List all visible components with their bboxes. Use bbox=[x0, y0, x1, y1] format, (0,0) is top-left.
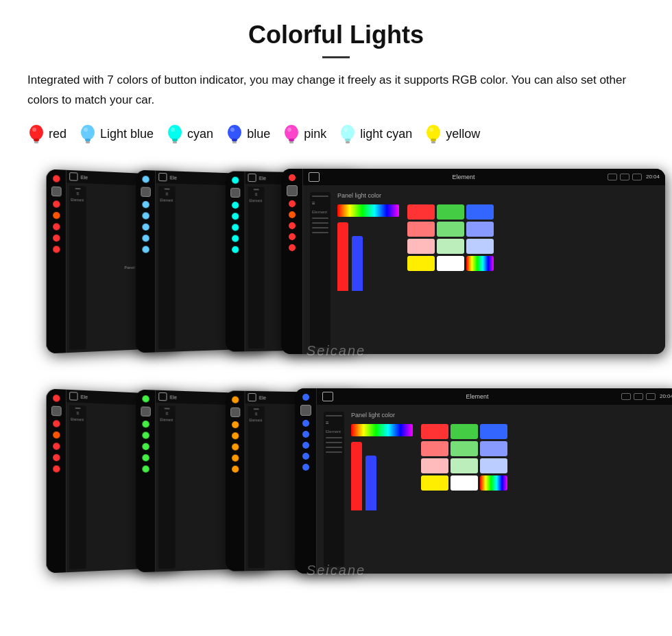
b3-nav-line-2 bbox=[326, 437, 342, 438]
header-icon-3 bbox=[632, 174, 642, 180]
svg-point-7 bbox=[84, 128, 88, 132]
svg-rect-26 bbox=[431, 141, 435, 143]
b2-dot3 bbox=[232, 432, 239, 439]
svg-point-27 bbox=[429, 128, 433, 132]
svg-rect-25 bbox=[431, 139, 436, 141]
screen-title-b3: Element bbox=[337, 393, 617, 400]
nav-element-text: Element bbox=[312, 210, 328, 214]
svg-point-8 bbox=[168, 125, 182, 140]
device-b3-content: Panel light color bbox=[351, 412, 672, 567]
screen-title-1: Ele bbox=[170, 175, 177, 180]
bottom-device-row: Ele ≡ Element bbox=[27, 385, 645, 591]
screen-title-2: Ele bbox=[259, 175, 266, 180]
device-b3-nav: ≡ Element bbox=[324, 412, 344, 567]
bar-blue bbox=[352, 236, 363, 291]
home-main bbox=[287, 185, 298, 196]
b3-swatch-paleblue bbox=[480, 458, 507, 473]
strip-dot-cy bbox=[232, 176, 239, 183]
color-label-cyan: cyan bbox=[187, 127, 213, 141]
b3-rainbow-bar bbox=[351, 424, 413, 436]
strip-dot-red4 bbox=[53, 235, 60, 242]
nav-text-2: Element bbox=[250, 198, 263, 202]
b3-nav-line-3 bbox=[326, 442, 342, 443]
device-3-strip bbox=[281, 169, 303, 354]
svg-rect-1 bbox=[34, 139, 39, 141]
swatch-red bbox=[407, 204, 435, 220]
home-icon-b0 bbox=[69, 392, 77, 401]
strip-dot-red3 bbox=[53, 223, 60, 230]
header-icon-2 bbox=[620, 174, 629, 180]
screen-title-b0: Ele bbox=[81, 394, 88, 399]
swatch-lightblue bbox=[466, 222, 494, 237]
svg-point-24 bbox=[427, 125, 440, 140]
b3-header-icon-1 bbox=[621, 393, 631, 400]
b3-dot3 bbox=[302, 431, 309, 438]
b3-swatch-lightgreen bbox=[451, 441, 478, 456]
top-device-row: Ele ≡ Element Panel light bbox=[27, 165, 645, 371]
screen-time-b3: 20:04 bbox=[660, 393, 672, 399]
svg-point-20 bbox=[341, 125, 355, 140]
swatch-palegreen bbox=[437, 239, 464, 254]
color-label-red: red bbox=[49, 127, 67, 141]
device-1-strip bbox=[136, 169, 156, 353]
title-divider bbox=[322, 56, 350, 58]
nav-dot-b2 bbox=[254, 408, 259, 410]
device-unit-b3-main: Element 20:04 ≡ Element bbox=[295, 388, 672, 574]
svg-point-16 bbox=[285, 125, 298, 140]
screen-title-0: Ele bbox=[81, 174, 88, 180]
strip-main-dot2 bbox=[289, 200, 296, 207]
nav-dot-b0 bbox=[75, 408, 80, 409]
strip-main-dot6 bbox=[289, 244, 296, 251]
strip-dot-cy3 bbox=[232, 213, 239, 220]
color-item-cyan: cyan bbox=[166, 123, 213, 146]
device-b3-header: Element 20:04 bbox=[317, 388, 672, 405]
device-b2-strip bbox=[226, 390, 245, 571]
bulb-icon-lightcyan bbox=[339, 123, 357, 146]
screen-time-3: 20:04 bbox=[646, 174, 660, 180]
nav-text-b0: Element bbox=[71, 417, 85, 422]
nav-dot-1 bbox=[164, 188, 169, 189]
color-bars bbox=[337, 222, 399, 291]
panel-light-color-label: Panel light color bbox=[337, 192, 658, 199]
b1-dot1 bbox=[142, 395, 149, 403]
svg-rect-14 bbox=[232, 141, 237, 143]
b3-color-swatch-grid bbox=[421, 424, 507, 491]
b3-color-bars bbox=[351, 442, 413, 510]
nav-text-b1: Element bbox=[160, 417, 173, 422]
bulb-icon-cyan bbox=[166, 123, 184, 146]
b0-dot3 bbox=[53, 432, 60, 439]
b1-dot3 bbox=[142, 432, 149, 438]
b3-header-icon-2 bbox=[634, 393, 643, 400]
home-icon-b1 bbox=[158, 392, 167, 401]
b3-bars-section bbox=[351, 424, 413, 510]
device-b0-strip bbox=[47, 388, 67, 573]
nav-text-b2: Element bbox=[250, 418, 263, 422]
device-unit-3-main: Element 20:04 ≡ Element bbox=[281, 169, 665, 354]
swatch-blue bbox=[466, 204, 494, 220]
device-3-nav: ≡ Element bbox=[310, 192, 331, 347]
b3-swatch-red bbox=[421, 424, 448, 439]
strip-dot-cy4 bbox=[232, 224, 239, 231]
header-icons bbox=[608, 174, 642, 180]
home-icon-2 bbox=[248, 174, 256, 182]
b3-swatch-pinkred bbox=[421, 458, 448, 473]
nav-dot-2 bbox=[254, 189, 259, 190]
nav-menu-b1: ≡ bbox=[160, 411, 173, 416]
bulb-icon-pink bbox=[283, 123, 300, 146]
nav-dot-b1 bbox=[164, 408, 169, 409]
svg-rect-18 bbox=[289, 141, 293, 143]
b3-header-icon-3 bbox=[646, 393, 656, 400]
b3-nav-line-4 bbox=[326, 447, 342, 448]
b2-dot6 bbox=[232, 466, 239, 473]
home-icon-b2 bbox=[248, 393, 256, 401]
b3-dot2 bbox=[302, 420, 309, 427]
svg-rect-9 bbox=[172, 139, 178, 141]
page-wrapper: Colorful Lights Integrated with 7 colors… bbox=[0, 0, 672, 618]
b3-panel-label: Panel light color bbox=[351, 412, 672, 419]
home-dot-1 bbox=[141, 187, 151, 197]
home-icon-b3 bbox=[322, 392, 333, 401]
strip-main-dot bbox=[289, 174, 296, 181]
device-2-nav: ≡ Element bbox=[248, 187, 265, 349]
device-2-strip bbox=[226, 171, 245, 351]
screen-title-3: Element bbox=[324, 174, 603, 180]
